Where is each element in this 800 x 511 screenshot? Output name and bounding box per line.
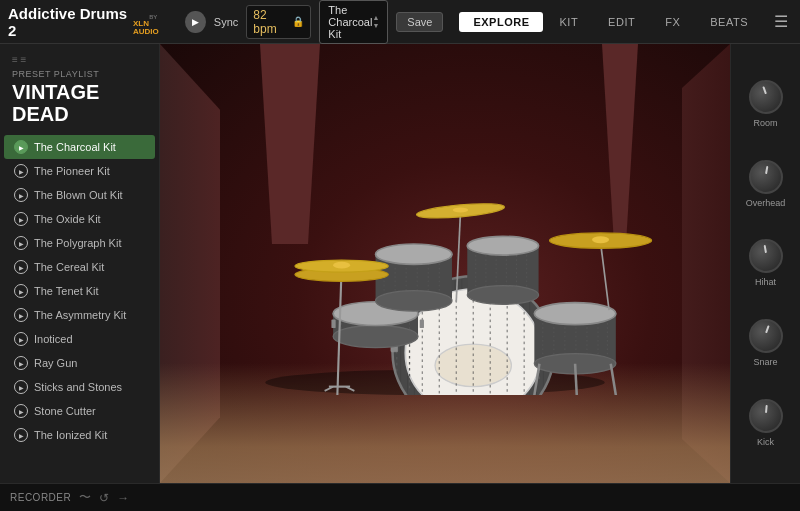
playlist-item[interactable]: ▶The Charcoal Kit xyxy=(4,135,155,159)
topbar: Addictive Drums 2 BY XLN AUDIO ▶ Sync 82… xyxy=(0,0,800,44)
main-content: ≡ ≡ Preset playlist VINTAGE DEAD ▶The Ch… xyxy=(0,44,800,483)
ride-cymbal xyxy=(550,233,652,310)
playlist-title: VINTAGE DEAD xyxy=(12,81,147,125)
play-circle-icon: ▶ xyxy=(14,380,28,394)
lines-icon: ≡ ≡ xyxy=(12,54,147,65)
svg-point-58 xyxy=(376,291,452,311)
svg-line-48 xyxy=(611,364,616,395)
playlist-item[interactable]: ▶The Polygraph Kit xyxy=(4,231,155,255)
play-circle-icon: ▶ xyxy=(14,188,28,202)
recorder-label: RECORDER xyxy=(10,492,71,503)
playlist-label: Preset playlist xyxy=(12,69,147,79)
playlist-item-label: The Blown Out Kit xyxy=(34,189,123,201)
playlist-item-label: The Polygraph Kit xyxy=(34,237,121,249)
preset-selector[interactable]: The Charcoal Kit ▲ ▼ xyxy=(319,0,388,44)
tab-fx[interactable]: FX xyxy=(651,12,694,32)
play-circle-icon: ▶ xyxy=(14,164,28,178)
play-button[interactable]: ▶ xyxy=(185,11,205,33)
playlist-item-label: The Cereal Kit xyxy=(34,261,104,273)
svg-point-79 xyxy=(592,236,609,243)
tab-beats[interactable]: BEATS xyxy=(696,12,762,32)
tab-edit[interactable]: EDIT xyxy=(594,12,649,32)
svg-rect-34 xyxy=(331,320,335,328)
playlist-item[interactable]: ▶The Oxide Kit xyxy=(4,207,155,231)
svg-point-82 xyxy=(453,207,468,212)
bpm-display[interactable]: 82 bpm 🔒 xyxy=(246,5,311,39)
playlist-item[interactable]: ▶The Blown Out Kit xyxy=(4,183,155,207)
nav-tabs: EXPLORE KIT EDIT FX BEATS xyxy=(459,12,762,32)
knob-item-hihat: Hihat xyxy=(749,239,783,287)
playlist-item-label: Stone Cutter xyxy=(34,405,96,417)
playlist-item-label: The Charcoal Kit xyxy=(34,141,116,153)
svg-rect-35 xyxy=(420,320,424,328)
app-brand: BY XLN AUDIO xyxy=(133,14,173,36)
room-knob-label: Room xyxy=(753,118,777,128)
playlist-item[interactable]: ▶The Cereal Kit xyxy=(4,255,155,279)
knob-item-snare: Snare xyxy=(749,319,783,367)
play-circle-icon: ▶ xyxy=(14,140,28,154)
svg-point-4 xyxy=(435,344,511,386)
room-knob[interactable] xyxy=(749,80,783,114)
svg-point-59 xyxy=(376,244,452,264)
menu-button[interactable]: ☰ xyxy=(770,8,792,35)
svg-point-32 xyxy=(333,326,418,348)
play-circle-icon: ▶ xyxy=(14,236,28,250)
sidebar: ≡ ≡ Preset playlist VINTAGE DEAD ▶The Ch… xyxy=(0,44,160,483)
overhead-knob-label: Overhead xyxy=(746,198,786,208)
knob-panel: RoomOverheadHihatSnareKick xyxy=(730,44,800,483)
svg-line-49 xyxy=(575,364,577,395)
tab-explore[interactable]: EXPLORE xyxy=(459,12,543,32)
playlist-item[interactable]: ▶The Pioneer Kit xyxy=(4,159,155,183)
playlist: ▶The Charcoal Kit▶The Pioneer Kit▶The Bl… xyxy=(0,131,159,483)
playlist-item[interactable]: ▶Stone Cutter xyxy=(4,399,155,423)
playlist-item[interactable]: ▶The Tenet Kit xyxy=(4,279,155,303)
lock-icon: 🔒 xyxy=(292,16,304,27)
overhead-knob[interactable] xyxy=(749,160,783,194)
playlist-item-label: The Pioneer Kit xyxy=(34,165,110,177)
svg-point-69 xyxy=(467,236,538,255)
knob-item-kick: Kick xyxy=(749,399,783,447)
playlist-item-label: Ray Gun xyxy=(34,357,77,369)
sync-button[interactable]: Sync xyxy=(214,16,238,28)
playlist-item-label: The Tenet Kit xyxy=(34,285,99,297)
play-circle-icon: ▶ xyxy=(14,428,28,442)
hihat-knob[interactable] xyxy=(749,239,783,273)
tab-kit[interactable]: KIT xyxy=(545,12,592,32)
kick-knob[interactable] xyxy=(749,399,783,433)
playlist-item[interactable]: ▶Inoticed xyxy=(4,327,155,351)
snare-knob-label: Snare xyxy=(753,357,777,367)
kit-area xyxy=(160,44,730,483)
play-circle-icon: ▶ xyxy=(14,356,28,370)
tom1 xyxy=(376,244,452,311)
drum-kit-svg xyxy=(210,64,660,395)
playlist-item-label: Sticks and Stones xyxy=(34,381,122,393)
playlist-item[interactable]: ▶Sticks and Stones xyxy=(4,375,155,399)
bottombar: RECORDER 〜 ↺ → xyxy=(0,483,800,511)
play-circle-icon: ▶ xyxy=(14,308,28,322)
svg-point-68 xyxy=(467,286,538,305)
play-circle-icon: ▶ xyxy=(14,212,28,226)
play-circle-icon: ▶ xyxy=(14,332,28,346)
playlist-item-label: The Ionized Kit xyxy=(34,429,107,441)
knob-item-room: Room xyxy=(749,80,783,128)
loop-icon[interactable]: ↺ xyxy=(99,491,109,505)
playlist-item[interactable]: ▶The Ionized Kit xyxy=(4,423,155,447)
kick-knob-label: Kick xyxy=(757,437,774,447)
knob-item-overhead: Overhead xyxy=(746,160,786,208)
svg-line-77 xyxy=(601,242,609,310)
waveform-icon[interactable]: 〜 xyxy=(79,489,91,506)
play-circle-icon: ▶ xyxy=(14,260,28,274)
save-button[interactable]: Save xyxy=(396,12,443,32)
play-circle-icon: ▶ xyxy=(14,404,28,418)
playlist-item[interactable]: ▶Ray Gun xyxy=(4,351,155,375)
app-title-main: Addictive Drums 2 xyxy=(8,5,130,39)
playlist-item[interactable]: ▶The Asymmetry Kit xyxy=(4,303,155,327)
arrow-icon[interactable]: → xyxy=(117,491,129,505)
svg-point-76 xyxy=(333,262,350,269)
snare-knob[interactable] xyxy=(749,319,783,353)
tom2 xyxy=(467,236,538,304)
playlist-item-label: The Asymmetry Kit xyxy=(34,309,126,321)
svg-point-46 xyxy=(534,303,616,325)
app-logo: Addictive Drums 2 BY XLN AUDIO xyxy=(8,5,173,39)
preset-arrows: ▲ ▼ xyxy=(372,14,379,29)
